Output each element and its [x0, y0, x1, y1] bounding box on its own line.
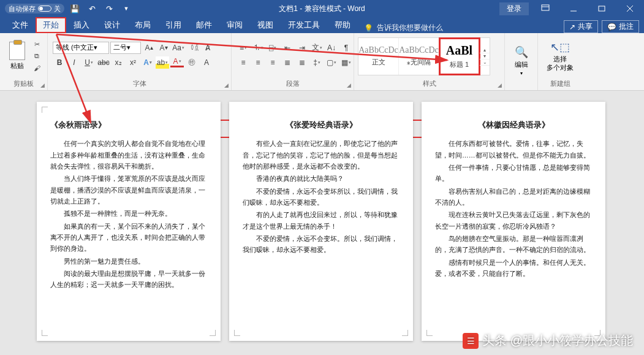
- comment-icon: 💬: [607, 23, 616, 31]
- paragraph-launcher-icon[interactable]: ◢: [347, 82, 351, 88]
- strikethrough-icon[interactable]: abc: [97, 56, 110, 69]
- redo-icon[interactable]: ↷: [102, 2, 116, 15]
- copy-icon[interactable]: ⧉: [31, 52, 42, 61]
- font-group-label: 字体: [133, 80, 146, 87]
- tab-references[interactable]: 引用: [158, 17, 189, 33]
- editing-button[interactable]: 🔍 编辑▾: [510, 45, 532, 76]
- shrink-font-icon[interactable]: A▾: [157, 42, 170, 54]
- page-3: 《林徽因经典语录》 任何东西都可被替代。爱情，往事，记忆，失望，时间……都可以被…: [422, 102, 605, 341]
- grow-font-icon[interactable]: A▴: [142, 42, 156, 54]
- lightbulb-icon: 💡: [364, 24, 373, 32]
- tab-view[interactable]: 视图: [250, 17, 281, 33]
- tab-review[interactable]: 审阅: [219, 17, 250, 33]
- styles-gallery: AaBbCcDc正文 AaBbCcDc⁎无间隔 AaBl标题 1 ▴▾⌄: [358, 37, 490, 75]
- page-1: 《余秋雨语录》 任何一个真实的文明人都会自觉不自觉地在心理上过着多种年龄相重叠的…: [37, 102, 221, 341]
- page-2: 《张爱玲经典语录》 有些人会一直刻在记忆里的，即使忘记了他的声音，忘记了他的笑容…: [229, 102, 413, 341]
- find-icon: 🔍: [515, 45, 528, 59]
- autosave-toggle[interactable]: 自动保存 关: [5, 4, 64, 13]
- increase-indent-icon[interactable]: ⇥: [295, 42, 309, 54]
- decrease-indent-icon[interactable]: ⇤: [281, 42, 294, 54]
- show-marks-icon[interactable]: ¶: [339, 42, 353, 54]
- login-button[interactable]: 登录: [499, 2, 529, 15]
- bold-icon[interactable]: B: [53, 56, 66, 69]
- newgroup-label: 新建组: [550, 80, 570, 87]
- minimize-icon[interactable]: [559, 0, 588, 17]
- font-name-select[interactable]: 等线 (中文正▾: [53, 42, 109, 54]
- text-effects-icon[interactable]: A▾: [141, 56, 154, 69]
- cut-icon[interactable]: ✂: [31, 40, 42, 50]
- numbering-icon[interactable]: ⒈▾: [251, 42, 265, 54]
- font-size-select[interactable]: 二号▾: [110, 42, 141, 54]
- format-painter-icon[interactable]: 🖌: [31, 63, 42, 73]
- close-icon[interactable]: [616, 0, 644, 17]
- enclose-char-icon[interactable]: ㊕: [185, 56, 199, 69]
- change-case-icon[interactable]: Aa▾: [172, 42, 185, 54]
- highlight-icon[interactable]: ab▾: [156, 56, 169, 69]
- qat-more-icon[interactable]: ▼: [119, 2, 133, 15]
- page1-title: 《余秋雨语录》: [50, 119, 207, 132]
- clipboard-icon: [9, 42, 25, 60]
- subscript-icon[interactable]: x₂: [112, 56, 125, 69]
- svg-rect-3: [599, 6, 605, 11]
- cursor-icon: ↖⬚: [550, 40, 570, 54]
- asian-layout-icon[interactable]: 文▾: [310, 42, 324, 54]
- justify-icon[interactable]: ≣: [281, 56, 294, 69]
- document-area[interactable]: 《余秋雨语录》 任何一个真实的文明人都会自觉不自觉地在心理上过着多种年龄相重叠的…: [0, 91, 644, 355]
- comments-button[interactable]: 💬批注: [602, 20, 639, 33]
- underline-icon[interactable]: U▾: [82, 56, 96, 69]
- svg-rect-0: [542, 5, 549, 10]
- borders-icon[interactable]: ▦▾: [339, 56, 353, 69]
- phonetic-guide-icon[interactable]: ㍘: [186, 42, 200, 54]
- select-objects-button[interactable]: ↖⬚ 选择 多个对象: [547, 40, 574, 71]
- toutiao-icon: ☰: [463, 333, 479, 349]
- ribbon: 粘贴 ✂ ⧉ 🖌 剪贴板◢ 等线 (中文正▾ 二号▾ A▴ A▾ Aa▾ ㍘ A…: [0, 33, 644, 91]
- tab-design[interactable]: 设计: [97, 17, 127, 33]
- share-button[interactable]: ↗共享: [564, 20, 598, 33]
- tab-developer[interactable]: 开发工具: [281, 17, 327, 33]
- clipboard-group-label: 剪贴板: [13, 80, 34, 87]
- styles-more[interactable]: ▴▾⌄: [480, 47, 490, 66]
- tab-mailings[interactable]: 邮件: [189, 17, 219, 33]
- ribbon-options-icon[interactable]: [531, 0, 559, 17]
- style-normal[interactable]: AaBbCcDc正文: [358, 38, 399, 75]
- multilevel-icon[interactable]: ⌸▾: [266, 42, 279, 54]
- bullets-icon[interactable]: ≡▾: [237, 42, 250, 54]
- superscript-icon[interactable]: x²: [126, 56, 140, 69]
- undo-icon[interactable]: ↶: [85, 2, 99, 15]
- style-no-spacing[interactable]: AaBbCcDc⁎无间隔: [399, 38, 439, 75]
- style-heading1[interactable]: AaBl标题 1: [439, 38, 480, 75]
- align-right-icon[interactable]: ≡: [266, 56, 279, 69]
- watermark: ☰ 头条 @跟小小筱学办公技能: [463, 332, 633, 349]
- maximize-icon[interactable]: [588, 0, 616, 17]
- line-spacing-icon[interactable]: ‡▾: [310, 56, 324, 69]
- tab-home[interactable]: 开始: [36, 17, 66, 33]
- font-color-icon[interactable]: A▾: [170, 57, 184, 67]
- share-icon: ↗: [569, 23, 575, 31]
- char-border-icon[interactable]: A: [200, 56, 213, 69]
- window-title: 文档1 - 兼容性模式 - Word: [279, 4, 365, 14]
- tell-me-search[interactable]: 💡 告诉我你想要做什么: [364, 23, 443, 33]
- paragraph-group-label: 段落: [286, 80, 300, 87]
- title-bar: 自动保存 关 💾 ↶ ↷ ▼ 文档1 - 兼容性模式 - Word 登录: [0, 0, 644, 17]
- sort-icon[interactable]: A↓: [325, 42, 338, 54]
- page3-title: 《林徽因经典语录》: [435, 119, 592, 132]
- font-launcher-icon[interactable]: ◢: [224, 82, 229, 88]
- clear-format-icon[interactable]: A̷: [201, 42, 214, 54]
- ribbon-tabs: 文件 开始 插入 设计 布局 引用 邮件 审阅 视图 开发工具 帮助 💡 告诉我…: [0, 17, 644, 33]
- tab-layout[interactable]: 布局: [127, 17, 158, 33]
- italic-icon[interactable]: I: [67, 56, 81, 69]
- tab-file[interactable]: 文件: [5, 17, 36, 33]
- tab-insert[interactable]: 插入: [66, 17, 97, 33]
- save-icon[interactable]: 💾: [68, 2, 81, 15]
- styles-group-label: 样式: [423, 80, 436, 87]
- shading-icon[interactable]: ▢▾: [325, 56, 338, 69]
- tab-help[interactable]: 帮助: [327, 17, 358, 33]
- align-left-icon[interactable]: ≡: [237, 56, 250, 69]
- page2-title: 《张爱玲经典语录》: [243, 119, 400, 132]
- clipboard-launcher-icon[interactable]: ◢: [40, 82, 45, 88]
- distributed-icon[interactable]: ≣: [295, 56, 309, 69]
- styles-launcher-icon[interactable]: ◢: [498, 82, 502, 88]
- align-center-icon[interactable]: ≡: [251, 56, 265, 69]
- paste-button[interactable]: 粘贴: [5, 42, 29, 71]
